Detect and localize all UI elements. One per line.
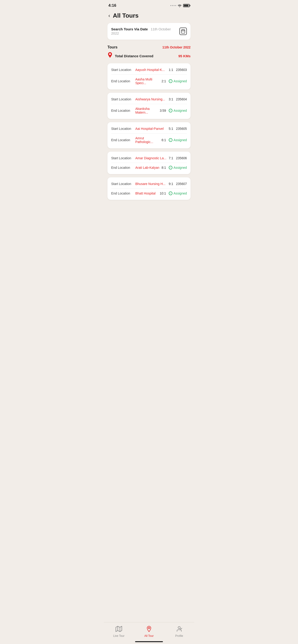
svg-point-4 [109,53,111,55]
status-time: 4:16 [108,3,116,8]
end-time: 3:59 [160,109,166,112]
tour-start-row: Start Location Aishwarya Nursing... 3:1 … [111,96,187,102]
end-time: 2:1 [162,79,166,83]
search-bar-left: Search Tours Via Date 11th October 2022 [111,27,179,36]
check-icon: ✓ [169,192,172,195]
tour-id: 235607 [176,182,187,186]
end-location: Amrut Pathologic... [135,136,162,144]
check-icon: ✓ [169,138,172,142]
calendar-icon[interactable] [179,28,187,35]
start-label: Start Location [111,156,134,160]
assigned-badge: ✓ Assigned [169,138,187,142]
tour-id: 235606 [176,156,187,160]
assigned-label: Assigned [173,166,187,170]
tour-end-row: End Location Akanksha Matern... 3:59 ✓ A… [111,106,187,115]
signal-icon [170,5,176,6]
tour-card[interactable]: Start Location Amar Diagnostic La... 7:1… [107,152,191,174]
end-time: 10:1 [160,192,166,195]
end-location: Aasha Multi Speci... [135,78,162,85]
status-bar: 4:16 [104,0,194,10]
end-location: Bhatt Hospital [135,192,160,195]
end-location: Akanksha Matern... [135,107,160,114]
assigned-label: Assigned [173,192,187,195]
tour-start-row: Start Location Amar Diagnostic La... 7:1… [111,155,187,161]
check-icon: ✓ [169,79,172,83]
end-label: End Location [111,109,134,112]
assigned-label: Assigned [173,138,187,142]
row-divider [111,188,187,189]
tours-date: 11th October 2022 [162,46,191,49]
search-bar[interactable]: Search Tours Via Date 11th October 2022 [107,23,191,40]
assigned-badge: ✓ Assigned [169,79,187,83]
status-icons [170,4,190,7]
start-time: 7:1 [169,156,173,160]
tour-card[interactable]: Start Location Aayush Hospital-K... 1:1 … [107,63,191,90]
start-label: Start Location [111,97,134,101]
end-label: End Location [111,192,134,195]
start-time: 1:1 [169,68,173,72]
wifi-icon [178,4,182,7]
assigned-badge: ✓ Assigned [169,192,187,195]
tour-card[interactable]: Start Location Bhusare Nursing H... 9:1 … [107,177,191,200]
start-location: Aishwarya Nursing... [135,97,169,101]
distance-row: Total Distance Covered 95 KMs [107,52,191,60]
pin-icon [107,52,113,60]
start-time: 9:1 [169,182,173,186]
tours-section: Tours 11th October 2022 Total Distance C… [104,45,194,200]
assigned-label: Assigned [173,79,187,83]
tour-cards-list: Start Location Aayush Hospital-K... 1:1 … [107,63,191,200]
start-location: Amar Diagnostic La... [135,156,169,160]
tour-end-row: End Location Aasha Multi Speci... 2:1 ✓ … [111,76,187,86]
tours-header: Tours 11th October 2022 [107,45,191,50]
start-location: Aai Hospital-Panvel [135,127,169,130]
tour-card[interactable]: Start Location Aishwarya Nursing... 3:1 … [107,93,191,119]
tour-end-row: End Location Amrut Pathologic... 6:1 ✓ A… [111,136,187,145]
distance-label: Total Distance Covered [115,54,153,58]
battery-icon [183,4,190,7]
tour-end-row: End Location Bhatt Hospital 10:1 ✓ Assig… [111,190,187,196]
tour-end-row: End Location Arati Lab-Kalyan 8:1 ✓ Assi… [111,165,187,170]
tours-label: Tours [107,45,117,50]
check-icon: ✓ [169,166,172,170]
start-time: 5:1 [169,127,173,130]
search-label: Search Tours Via Date [111,27,148,31]
assigned-badge: ✓ Assigned [169,166,187,170]
row-divider [111,163,187,163]
back-button[interactable]: ‹ [108,13,110,19]
start-time: 3:1 [169,97,173,101]
end-time: 6:1 [162,138,166,142]
start-label: Start Location [111,182,134,186]
start-location: Aayush Hospital-K... [135,68,169,72]
assigned-badge: ✓ Assigned [169,109,187,112]
svg-rect-0 [181,30,185,33]
page-header: ‹ All Tours [104,10,194,23]
check-icon: ✓ [169,109,172,112]
end-label: End Location [111,79,134,83]
start-location: Bhusare Nursing H... [135,182,169,186]
tour-card[interactable]: Start Location Aai Hospital-Panvel 5:1 2… [107,122,191,148]
page-title: All Tours [113,12,139,19]
end-location: Arati Lab-Kalyan [135,166,162,170]
tour-id: 235604 [176,97,187,101]
tour-start-row: Start Location Aayush Hospital-K... 1:1 … [111,67,187,72]
assigned-label: Assigned [173,109,187,112]
row-divider [111,74,187,75]
tour-start-row: Start Location Aai Hospital-Panvel 5:1 2… [111,126,187,132]
tour-start-row: Start Location Bhusare Nursing H... 9:1 … [111,181,187,186]
row-divider [111,104,187,104]
tour-id: 235603 [176,68,187,72]
end-time: 8:1 [162,166,166,170]
end-label: End Location [111,166,134,170]
tour-id: 235605 [176,127,187,130]
start-label: Start Location [111,127,134,130]
row-divider [111,133,187,134]
distance-value: 95 KMs [178,54,191,58]
end-label: End Location [111,138,134,142]
start-label: Start Location [111,68,134,72]
